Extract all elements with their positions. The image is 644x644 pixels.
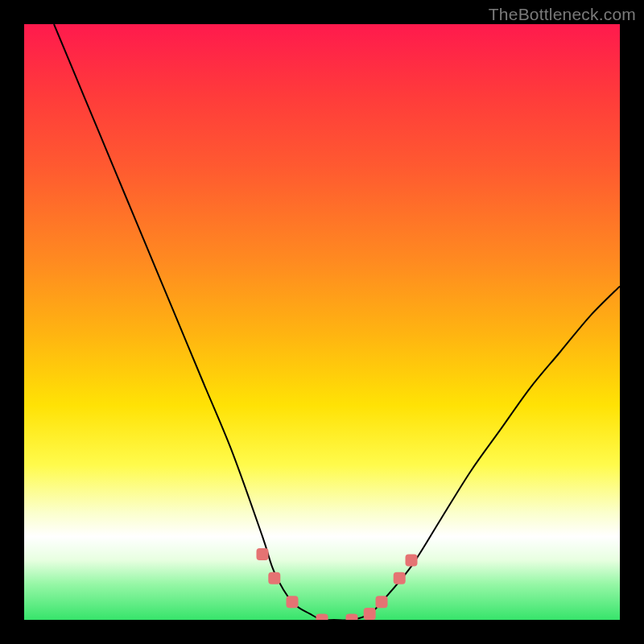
watermark-text: TheBottleneck.com [489,5,636,24]
curve-marker [287,596,299,608]
plot-area [24,24,620,620]
chart-frame: TheBottleneck.com [0,0,644,644]
curve-marker [394,572,406,584]
curve-marker [406,555,418,567]
curve-marker [346,614,358,621]
curve-marker [376,596,388,608]
curve-marker [316,614,328,621]
curve-marker [364,608,376,620]
curve-marker [268,572,280,584]
curve-marker [257,548,269,560]
bottleneck-curve [54,24,620,620]
bottleneck-curve-svg [24,24,620,620]
